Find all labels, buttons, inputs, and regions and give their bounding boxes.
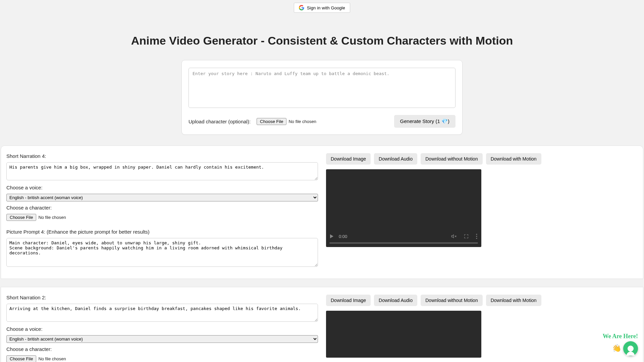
- generator-card: Upload character (optional): Choose File…: [181, 60, 463, 135]
- svg-marker-0: [451, 235, 453, 238]
- narration-label: Short Narration 4:: [6, 153, 318, 159]
- video-player[interactable]: 0:00: [326, 169, 481, 247]
- google-signin-label: Sign in with Google: [307, 5, 345, 10]
- voice-label: Choose a voice:: [6, 326, 318, 332]
- chat-headline: We Are Here!: [603, 333, 638, 340]
- narration-label: Short Narration 2:: [6, 295, 318, 300]
- chat-launcher-button[interactable]: [623, 341, 638, 356]
- scene-block: Short Narration 2: Choose a voice: Engli…: [1, 287, 643, 362]
- picture-prompt-input[interactable]: [6, 238, 318, 267]
- generate-story-button[interactable]: Generate Story (1 💎): [394, 115, 455, 128]
- chat-widget: We Are Here! 👋: [603, 333, 638, 356]
- character-file-input[interactable]: Choose File No file chosen: [6, 355, 66, 362]
- download-without-motion-button[interactable]: Download without Motion: [421, 295, 482, 306]
- google-signin-button[interactable]: Sign in with Google: [294, 3, 350, 13]
- play-icon[interactable]: [330, 234, 333, 238]
- download-audio-button[interactable]: Download Audio: [374, 153, 417, 165]
- download-without-motion-button[interactable]: Download without Motion: [421, 153, 482, 165]
- narration-input[interactable]: [6, 162, 318, 180]
- picture-prompt-label: Picture Prompt 4: (Enhance the picture p…: [6, 229, 318, 235]
- voice-select[interactable]: English - british accent (woman voice): [6, 335, 318, 343]
- choose-file-button[interactable]: Choose File: [6, 355, 36, 362]
- svg-point-4: [476, 236, 477, 237]
- download-image-button[interactable]: Download Image: [326, 295, 371, 306]
- chat-avatar-icon: [628, 346, 634, 352]
- download-image-button[interactable]: Download Image: [326, 153, 371, 165]
- svg-point-5: [476, 238, 477, 239]
- video-time: 0:00: [339, 234, 347, 239]
- more-options-icon[interactable]: [476, 234, 477, 239]
- download-audio-button[interactable]: Download Audio: [374, 295, 417, 306]
- no-file-chosen-text: No file chosen: [288, 119, 316, 124]
- choose-file-button[interactable]: Choose File: [257, 118, 286, 125]
- character-file-input[interactable]: Choose File No file chosen: [6, 214, 66, 221]
- fullscreen-icon[interactable]: [464, 234, 469, 239]
- voice-select[interactable]: English - british accent (woman voice): [6, 194, 318, 201]
- story-input[interactable]: [189, 68, 455, 108]
- page-title: Anime Video Generator - Consistent & Cus…: [0, 34, 644, 47]
- no-file-chosen-text: No file chosen: [38, 215, 66, 220]
- scene-block: Short Narration 4: Choose a voice: Engli…: [1, 145, 643, 279]
- video-progress-bar[interactable]: [329, 242, 478, 244]
- svg-point-3: [476, 234, 477, 235]
- character-label: Choose a character:: [6, 346, 318, 352]
- character-label: Choose a character:: [6, 205, 318, 210]
- voice-label: Choose a voice:: [6, 185, 318, 190]
- download-with-motion-button[interactable]: Download with Motion: [486, 295, 541, 306]
- upload-character-label: Upload character (optional):: [189, 119, 251, 124]
- download-with-motion-button[interactable]: Download with Motion: [486, 153, 541, 165]
- mute-icon[interactable]: [451, 234, 457, 239]
- narration-input[interactable]: [6, 304, 318, 322]
- choose-file-button[interactable]: Choose File: [6, 214, 36, 221]
- google-logo-icon: [299, 5, 304, 10]
- no-file-chosen-text: No file chosen: [38, 356, 66, 361]
- upload-character-file-input[interactable]: Choose File No file chosen: [257, 118, 316, 125]
- video-player[interactable]: [326, 311, 481, 358]
- wave-hand-icon: 👋: [611, 343, 622, 354]
